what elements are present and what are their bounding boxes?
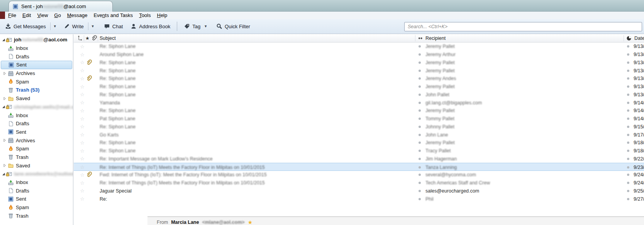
junk-indicator[interactable] xyxy=(627,131,632,139)
tag-button[interactable]: Tag ▼ xyxy=(181,21,211,31)
twisty-collapsed-icon[interactable] xyxy=(2,130,7,134)
folder-row[interactable]: Trash xyxy=(0,211,73,220)
star-toggle[interactable]: ☆ xyxy=(79,123,85,131)
junk-indicator[interactable] xyxy=(627,91,632,99)
junk-indicator[interactable] xyxy=(627,75,632,83)
folder-row[interactable]: Archives xyxy=(0,136,73,145)
folder-row[interactable]: Drafts xyxy=(0,186,73,195)
date-column-header[interactable]: Date xyxy=(634,34,644,43)
star-toggle[interactable]: ☆ xyxy=(79,75,85,83)
write-dropdown[interactable]: ▼ xyxy=(90,24,96,28)
twisty-collapsed-icon[interactable] xyxy=(2,181,7,184)
star-toggle[interactable]: ☆ xyxy=(79,155,85,163)
folder-row[interactable]: Trash (53) xyxy=(0,86,73,94)
read-indicator[interactable] xyxy=(419,59,423,67)
twisty-expanded-icon[interactable] xyxy=(1,172,6,176)
folder-row[interactable]: Sent xyxy=(0,195,73,203)
twisty-collapsed-icon[interactable] xyxy=(2,122,7,126)
junk-indicator[interactable] xyxy=(627,107,632,115)
twisty-collapsed-icon[interactable] xyxy=(2,197,7,201)
read-indicator[interactable] xyxy=(419,51,423,59)
message-row[interactable]: ☆ Re: Siphon Lane Jeremy Pallet 9/13/ xyxy=(74,66,644,75)
search-input[interactable] xyxy=(404,22,642,31)
junk-indicator[interactable] xyxy=(627,123,632,131)
menu-item[interactable]: View xyxy=(34,12,51,19)
read-indicator[interactable] xyxy=(419,171,423,179)
folder-row[interactable]: Sent xyxy=(0,128,73,136)
menu-item[interactable]: File xyxy=(5,12,19,19)
twisty-collapsed-icon[interactable] xyxy=(2,206,7,210)
message-row[interactable]: ☆ Jaguar Special sales@eurocharged.com 9… xyxy=(74,187,644,195)
message-row[interactable]: ☆ Go Karts John Lane 9/17/ xyxy=(74,131,644,139)
read-indicator[interactable] xyxy=(419,99,423,107)
star-toggle[interactable]: ☆ xyxy=(79,171,85,179)
mail-tab[interactable]: Sent - johnstone55@aol.com xyxy=(8,1,113,12)
twisty-collapsed-icon[interactable] xyxy=(2,214,7,218)
twisty-collapsed-icon[interactable] xyxy=(2,88,7,92)
subject-column-header[interactable]: Subject xyxy=(100,34,116,43)
read-indicator[interactable] xyxy=(419,163,423,171)
star-toggle[interactable]: ☆ xyxy=(79,91,85,99)
junk-indicator[interactable] xyxy=(627,99,632,107)
twisty-collapsed-icon[interactable] xyxy=(2,46,7,50)
star-toggle[interactable]: ☆ xyxy=(79,179,85,187)
read-indicator[interactable] xyxy=(419,147,423,155)
write-button[interactable]: Write xyxy=(61,21,86,31)
star-toggle[interactable]: ☆ xyxy=(79,43,85,51)
star-toggle[interactable]: ☆ xyxy=(79,195,85,203)
star-toggle[interactable]: ☆ xyxy=(79,139,85,147)
junk-indicator[interactable] xyxy=(627,59,632,67)
star-toggle[interactable]: ☆ xyxy=(79,66,85,75)
junk-indicator[interactable] xyxy=(627,155,632,163)
star-toggle[interactable]: ☆ xyxy=(79,147,85,155)
get-messages-dropdown[interactable]: ▼ xyxy=(52,24,58,28)
star-toggle[interactable]: ☆ xyxy=(79,115,85,123)
menu-item[interactable]: Help xyxy=(154,12,170,19)
chat-button[interactable]: Chat xyxy=(101,21,125,31)
read-indicator[interactable] xyxy=(419,131,423,139)
junk-indicator[interactable] xyxy=(627,163,632,171)
message-row[interactable]: ☆ Re: Siphon Lane Jeremy Pallet 9/14/ xyxy=(74,107,644,115)
twisty-collapsed-icon[interactable] xyxy=(2,189,7,193)
junk-indicator[interactable] xyxy=(627,195,632,203)
folder-row[interactable]: Archives xyxy=(0,69,73,78)
twisty-collapsed-icon[interactable] xyxy=(3,63,7,67)
twisty-expanded-icon[interactable] xyxy=(1,38,6,42)
message-row[interactable]: ☆ Re: Siphon Lane Jeremy Pallet 9/13/ xyxy=(74,83,644,91)
twisty-collapsed-icon[interactable] xyxy=(2,113,7,117)
twisty-collapsed-icon[interactable] xyxy=(2,97,7,101)
junk-indicator[interactable] xyxy=(627,51,632,59)
read-indicator[interactable] xyxy=(419,195,423,203)
message-row[interactable]: ☆ Re: Siphon Lane Johnny Pallet 9/15/ xyxy=(74,123,644,131)
star-toggle[interactable]: ☆ xyxy=(79,163,85,171)
message-row[interactable]: ☆ Re: Phil 9/27/ xyxy=(74,195,644,203)
message-row[interactable]: ☆ Re: Siphon Lane Tracy Pallet 9/18/ xyxy=(74,147,644,155)
message-row[interactable]: ☆ Around Siphon Lane Jeremy Arthur 9/13/ xyxy=(74,51,644,59)
read-indicator[interactable] xyxy=(419,91,423,99)
account-row[interactable]: johnstone55@aol.com xyxy=(0,36,73,44)
date-sort-icon-wrap[interactable] xyxy=(626,34,632,43)
star-toggle[interactable]: ☆ xyxy=(79,107,85,115)
twisty-collapsed-icon[interactable] xyxy=(2,164,7,167)
read-indicator[interactable] xyxy=(419,75,423,83)
junk-indicator[interactable] xyxy=(627,139,632,147)
message-row[interactable]: ☆ Re: Siphon Lane Jeremy Pallet 9/18/ xyxy=(74,139,644,147)
attachment-column-header[interactable] xyxy=(91,34,97,43)
junk-indicator[interactable] xyxy=(627,83,632,91)
folder-row[interactable]: Drafts xyxy=(0,52,73,61)
read-indicator[interactable] xyxy=(419,123,423,131)
star-column-header[interactable]: ★ xyxy=(85,34,90,43)
star-toggle[interactable]: ☆ xyxy=(79,187,85,195)
get-messages-button[interactable]: Get Messages xyxy=(2,21,49,31)
message-row[interactable]: ☆ Re: Siphon Lane Jeremy Andes 9/13/ xyxy=(74,75,644,83)
folder-row[interactable]: Trash xyxy=(0,153,73,162)
message-row[interactable]: ☆ Pat Siphon Lane Tommy Pallet 9/14/ xyxy=(74,115,644,123)
read-indicator[interactable] xyxy=(419,155,423,163)
star-toggle[interactable]: ☆ xyxy=(79,51,85,59)
account-row[interactable]: lane.woodworks@outlook.com xyxy=(0,170,73,178)
junk-indicator[interactable] xyxy=(627,171,632,179)
message-row[interactable]: ☆ Re: Important Message on Mark Ludlow's… xyxy=(74,155,644,163)
thread-column-header[interactable] xyxy=(77,34,83,43)
menu-item[interactable]: Tools xyxy=(136,12,154,19)
twisty-collapsed-icon[interactable] xyxy=(2,138,7,142)
